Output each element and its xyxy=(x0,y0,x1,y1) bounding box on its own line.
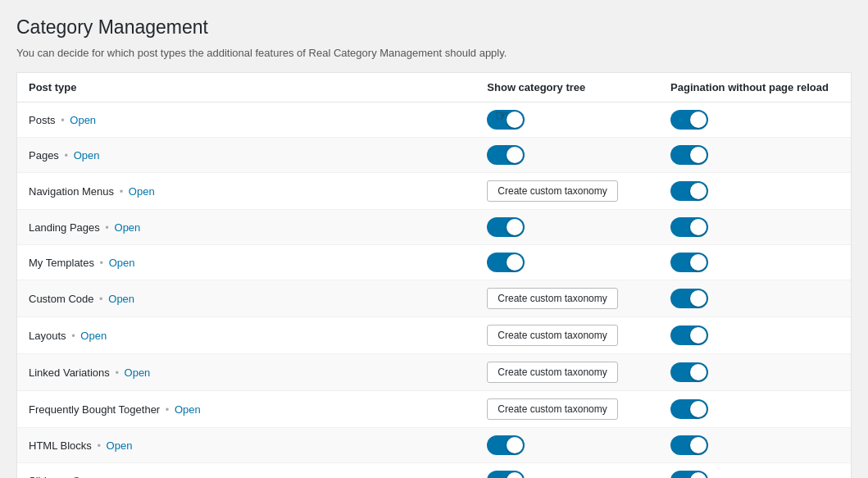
pagination-cell xyxy=(659,317,851,354)
table-row: Navigation Menus • OpenCreate custom tax… xyxy=(17,173,851,210)
toggle-pagination-my-templates[interactable] xyxy=(670,253,708,272)
table-row: My Templates • Open xyxy=(17,245,851,280)
post-type-label: Posts xyxy=(29,114,56,126)
toggle-pagination-pages[interactable] xyxy=(670,145,708,165)
toggle-pagination-landing-pages[interactable] xyxy=(670,217,708,237)
toggle-pagination-slides[interactable] xyxy=(670,471,708,478)
show-tree-cell xyxy=(475,428,659,463)
open-link-slides[interactable]: Open xyxy=(72,475,98,479)
toggle-knob xyxy=(690,472,707,478)
toggle-knob xyxy=(507,219,523,235)
page-title: Category Management xyxy=(16,16,852,39)
pagination-cell xyxy=(659,210,851,245)
pagination-cell xyxy=(659,245,851,280)
open-link-frequently-bought-together[interactable]: Open xyxy=(175,403,201,416)
create-custom-taxonomy-button-linked-variations[interactable]: Create custom taxonomy xyxy=(487,362,617,383)
pagination-cell xyxy=(659,428,851,463)
toggle-show-tree-slides[interactable] xyxy=(487,471,525,478)
post-type-cell: My Templates • Open xyxy=(17,245,475,280)
post-type-label: Frequently Bought Together xyxy=(29,403,160,416)
post-type-cell: Posts • Open xyxy=(17,102,475,138)
post-type-label: HTML Blocks xyxy=(29,439,92,452)
table-row: Frequently Bought Together • OpenCreate … xyxy=(17,391,851,428)
toggle-show-tree-pages[interactable] xyxy=(487,145,525,165)
show-tree-cell: Create custom taxonomy xyxy=(475,173,659,210)
show-tree-cell xyxy=(475,210,659,245)
toggle-knob xyxy=(690,112,707,128)
post-type-cell: Linked Variations • Open xyxy=(17,354,475,391)
table-row: Slides • Open xyxy=(17,463,851,479)
pagination-cell xyxy=(659,463,851,479)
pagination-cell xyxy=(659,354,851,391)
toggle-knob xyxy=(507,147,523,163)
open-link-layouts[interactable]: Open xyxy=(80,330,107,342)
page-description: You can decide for which post types the … xyxy=(16,47,852,59)
toggle-pagination-frequently-bought-together[interactable] xyxy=(670,399,708,419)
show-tree-cell: Create custom taxonomy xyxy=(475,354,659,391)
post-type-label: Layouts xyxy=(29,330,66,342)
table-row: Layouts • OpenCreate custom taxonomy xyxy=(17,317,851,354)
post-type-label: Custom Code xyxy=(29,293,93,305)
post-type-cell: Pages • Open xyxy=(17,138,475,173)
toggle-with-cursor: ☞ xyxy=(487,110,525,130)
create-custom-taxonomy-button-custom-code[interactable]: Create custom taxonomy xyxy=(487,288,617,309)
show-tree-cell: ☞ xyxy=(475,102,659,138)
toggle-knob xyxy=(690,290,707,307)
toggle-show-tree-posts[interactable] xyxy=(487,110,525,130)
toggle-pagination-html-blocks[interactable] xyxy=(670,435,708,455)
toggle-show-tree-my-templates[interactable] xyxy=(487,253,525,272)
table-row: Linked Variations • OpenCreate custom ta… xyxy=(17,354,851,391)
open-link-my-templates[interactable]: Open xyxy=(109,257,135,269)
post-type-cell: Landing Pages • Open xyxy=(17,210,475,245)
post-type-label: Slides xyxy=(29,475,57,479)
toggle-pagination-layouts[interactable] xyxy=(670,325,708,345)
open-link-linked-variations[interactable]: Open xyxy=(125,366,151,379)
post-type-cell: Slides • Open xyxy=(17,463,475,479)
open-link-pages[interactable]: Open xyxy=(74,149,100,162)
col-show-category-tree: Show category tree xyxy=(475,73,659,102)
create-custom-taxonomy-button-layouts[interactable]: Create custom taxonomy xyxy=(487,325,617,346)
post-type-cell: Custom Code • Open xyxy=(17,280,475,317)
toggle-knob xyxy=(507,254,523,271)
table-row: Landing Pages • Open xyxy=(17,210,851,245)
create-custom-taxonomy-button-navigation-menus[interactable]: Create custom taxonomy xyxy=(487,180,617,202)
show-tree-cell xyxy=(475,463,659,479)
toggle-knob xyxy=(507,472,523,478)
create-custom-taxonomy-button-frequently-bought-together[interactable]: Create custom taxonomy xyxy=(487,398,617,420)
post-type-cell: HTML Blocks • Open xyxy=(17,428,475,463)
open-link-html-blocks[interactable]: Open xyxy=(107,439,133,452)
post-type-cell: Navigation Menus • Open xyxy=(17,173,475,210)
pagination-cell xyxy=(659,173,851,210)
open-link-landing-pages[interactable]: Open xyxy=(115,221,141,234)
pagination-cell xyxy=(659,391,851,428)
toggle-knob xyxy=(507,437,523,453)
toggle-pagination-posts[interactable] xyxy=(670,110,708,130)
col-post-type: Post type xyxy=(17,73,475,102)
separator: • xyxy=(97,257,107,269)
show-tree-cell: Create custom taxonomy xyxy=(475,280,659,317)
post-type-label: My Templates xyxy=(29,257,94,269)
open-link-custom-code[interactable]: Open xyxy=(108,293,134,305)
toggle-pagination-navigation-menus[interactable] xyxy=(670,181,708,201)
separator: • xyxy=(112,366,122,379)
post-type-label: Navigation Menus xyxy=(29,185,114,198)
open-link-navigation-menus[interactable]: Open xyxy=(129,185,155,198)
toggle-knob xyxy=(690,147,707,163)
toggle-knob xyxy=(690,364,707,380)
toggle-show-tree-html-blocks[interactable] xyxy=(487,435,525,455)
table-row: Pages • Open xyxy=(17,138,851,173)
show-tree-cell: Create custom taxonomy xyxy=(475,317,659,354)
post-type-label: Landing Pages xyxy=(29,221,100,234)
toggle-pagination-custom-code[interactable] xyxy=(670,289,708,308)
separator: • xyxy=(94,439,104,452)
separator: • xyxy=(116,185,126,198)
page-wrapper: Category Management You can decide for w… xyxy=(0,0,868,478)
separator: • xyxy=(96,293,106,305)
toggle-knob xyxy=(690,219,707,235)
toggle-pagination-linked-variations[interactable] xyxy=(670,362,708,382)
show-tree-cell: Create custom taxonomy xyxy=(475,391,659,428)
separator: • xyxy=(69,330,79,342)
toggle-show-tree-landing-pages[interactable] xyxy=(487,217,525,237)
pagination-cell xyxy=(659,138,851,173)
open-link-posts[interactable]: Open xyxy=(70,114,96,126)
